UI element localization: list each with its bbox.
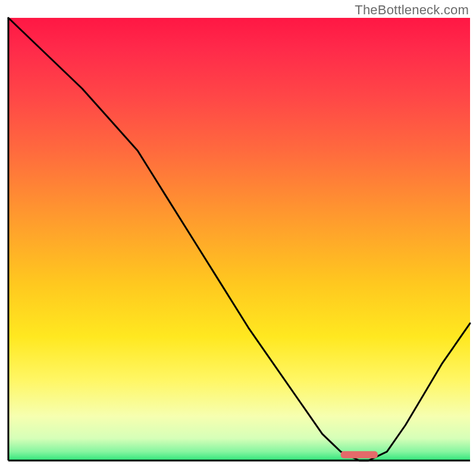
watermark-label: TheBottleneck.com	[355, 2, 469, 18]
plot-area	[8, 18, 470, 461]
chart-container: TheBottleneck.com	[0, 0, 476, 476]
optimal-marker	[341, 451, 378, 458]
bottleneck-chart	[0, 0, 476, 476]
